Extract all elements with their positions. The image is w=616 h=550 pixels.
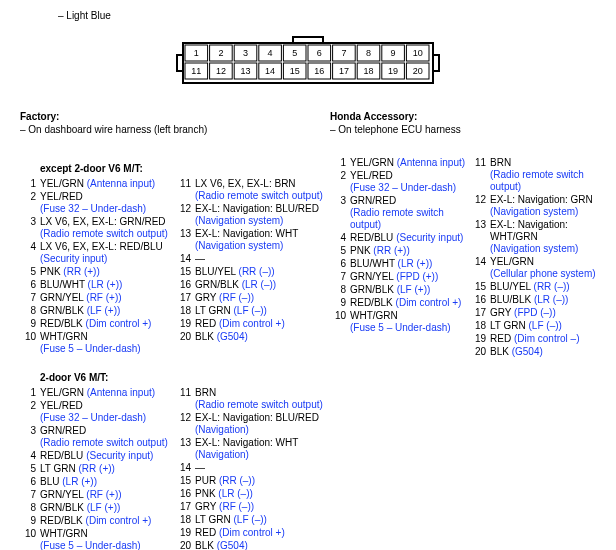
pin-row: 17GRY (RF (–)) [175,292,330,304]
wire-color: BLU [40,476,62,487]
signal-link[interactable]: (Fuse 32 – Under-dash) [40,203,146,214]
signal-link[interactable]: (G504) [217,331,248,342]
svg-text:20: 20 [413,66,423,76]
wire-color: LX V6, EX, EX-L: BRN [195,178,296,189]
signal-link[interactable]: (Navigation system) [490,243,578,254]
signal-link[interactable]: (RR (+)) [373,245,409,256]
signal-link[interactable]: (Radio remote switch output) [350,207,444,230]
signal-link[interactable]: (Dim control +) [219,318,285,329]
signal-link[interactable]: (Navigation) [195,449,249,460]
signal-link[interactable]: (RR (–)) [534,281,570,292]
signal-link[interactable]: (G504) [512,346,543,357]
signal-link[interactable]: (Fuse 5 – Under-dash) [40,540,141,550]
pin-body: BLU/WHT (LR (+)) [40,279,175,291]
pin-row: 17GRY (FPD (–)) [470,307,610,319]
signal-link[interactable]: (Antenna input) [87,387,155,398]
signal-link[interactable]: (Dim control +) [86,515,152,526]
signal-link[interactable]: (Radio remote switch output) [195,399,323,410]
pin-row: 1YEL/GRN (Antenna input) [20,387,175,399]
signal-link[interactable]: (LF (–)) [234,514,267,525]
signal-link[interactable]: (LF (+)) [397,284,431,295]
wire-color: BRN [490,157,511,168]
pin-number: 6 [330,258,346,270]
signal-link[interactable]: (LF (–)) [234,305,267,316]
pin-row: 13EX-L: Navigation: WHT/GRN(Navigation s… [470,219,610,255]
signal-link[interactable]: (RR (–)) [219,475,255,486]
signal-link[interactable]: (LR (–)) [534,294,568,305]
wire-color: WHT/GRN [40,331,88,342]
signal-link[interactable]: (LF (+)) [87,305,121,316]
signal-link[interactable]: (Radio remote switch output) [40,228,168,239]
signal-link[interactable]: (Navigation system) [195,240,283,251]
pin-row: 1YEL/GRN (Antenna input) [20,178,175,190]
signal-link[interactable]: (LF (+)) [87,502,121,513]
signal-link[interactable]: (Antenna input) [87,178,155,189]
signal-link[interactable]: (LF (–)) [529,320,562,331]
signal-link[interactable]: (Cellular phone system) [490,268,596,279]
pin-number: 16 [470,294,486,306]
signal-link[interactable]: (Fuse 5 – Under-dash) [40,343,141,354]
wire-color: EX-L: Navigation: GRN [490,194,593,205]
signal-link[interactable]: (Dim control +) [86,318,152,329]
signal-link[interactable]: (Dim control –) [514,333,580,344]
signal-link[interactable]: (Radio remote switch output) [490,169,584,192]
signal-link[interactable]: (LR (–)) [242,279,276,290]
signal-link[interactable]: (RF (+)) [86,292,121,303]
pin-row: 4RED/BLU (Security input) [330,232,470,244]
wire-color: GRN/BLK [40,502,87,513]
signal-link[interactable]: (Radio remote switch output) [195,190,323,201]
wire-color: EX-L: Navigation: BLU/RED [195,412,319,423]
signal-link[interactable]: (Fuse 5 – Under-dash) [350,322,451,333]
wire-color: EX-L: Navigation: WHT [195,228,298,239]
pin-body: EX-L: Navigation: WHT/GRN(Navigation sys… [490,219,610,255]
pin-number: 3 [330,195,346,231]
signal-link[interactable]: (LR (+)) [398,258,433,269]
signal-link[interactable]: (RR (+)) [79,463,115,474]
signal-link[interactable]: (LR (–)) [218,488,252,499]
signal-link[interactable]: (RF (–)) [219,292,254,303]
pin-number: 5 [20,463,36,475]
pin-body: RED (Dim control +) [195,527,330,539]
pin-body: LT GRN (LF (–)) [195,514,330,526]
wire-color: RED/BLK [40,515,86,526]
signal-link[interactable]: (Security input) [86,450,153,461]
pin-row: 15PUR (RR (–)) [175,475,330,487]
signal-link[interactable]: (Navigation) [195,424,249,435]
pin-number: 10 [20,528,36,550]
signal-link[interactable]: (Dim control +) [219,527,285,538]
pin-row: 8GRN/BLK (LF (+)) [20,502,175,514]
except-col2: 11LX V6, EX, EX-L: BRN(Radio remote swit… [175,178,330,344]
signal-link[interactable]: (RR (+)) [63,266,99,277]
pin-body: RED/BLK (Dim control +) [350,297,470,309]
accessory-heading: Honda Accessory: – On telephone ECU harn… [330,111,596,145]
signal-link[interactable]: (G504) [217,540,248,550]
signal-link[interactable]: (FPD (+)) [396,271,438,282]
signal-link[interactable]: (Fuse 32 – Under-dash) [40,412,146,423]
pin-row: 3GRN/RED(Radio remote switch output) [330,195,470,231]
signal-link[interactable]: (Antenna input) [397,157,465,168]
signal-link[interactable]: (Security input) [396,232,463,243]
pin-number: 18 [175,305,191,317]
svg-text:6: 6 [317,48,322,58]
signal-link[interactable]: (RF (+)) [86,489,121,500]
pin-body: GRN/YEL (FPD (+)) [350,271,470,283]
signal-link[interactable]: (Navigation system) [490,206,578,217]
signal-link[interactable]: (Navigation system) [195,215,283,226]
signal-link[interactable]: (LR (+)) [88,279,123,290]
pin-row: 13EX-L: Navigation: WHT(Navigation syste… [175,228,330,252]
signal-link[interactable]: (Fuse 32 – Under-dash) [350,182,456,193]
wire-color: LT GRN [490,320,529,331]
signal-link[interactable]: (LR (+)) [62,476,97,487]
signal-link[interactable]: (FPD (–)) [514,307,556,318]
wire-color: LX V6, EX, EX-L: RED/BLU [40,241,163,252]
wire-color: YEL/GRN [40,178,87,189]
signal-link[interactable]: (Security input) [40,253,107,264]
two-door-col2: 11BRN(Radio remote switch output)12EX-L:… [175,387,330,550]
signal-link[interactable]: (Dim control +) [396,297,462,308]
pin-number: 3 [20,216,36,240]
pin-number: 15 [175,475,191,487]
signal-link[interactable]: (RF (–)) [219,501,254,512]
signal-link[interactable]: (Radio remote switch output) [40,437,168,448]
wire-color: RED/BLK [40,318,86,329]
signal-link[interactable]: (RR (–)) [239,266,275,277]
